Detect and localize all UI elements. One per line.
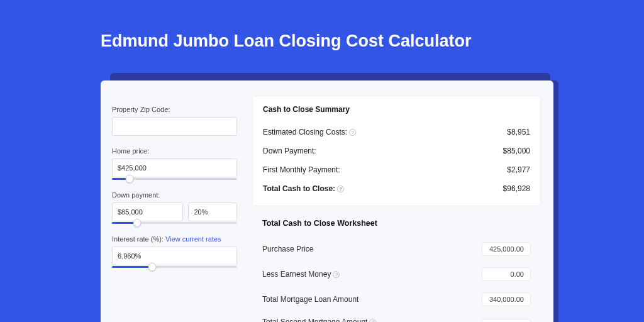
worksheet-row: Total Mortgage Loan Amount340,000.00 xyxy=(262,287,531,312)
interest-rate-slider-knob[interactable] xyxy=(148,263,156,271)
summary-row-value: $96,928 xyxy=(503,184,530,193)
worksheet-row: Total Second Mortgage Amount? xyxy=(262,312,531,322)
home-price-slider-knob[interactable] xyxy=(125,175,133,183)
interest-rate-label: Interest rate (%): View current rates xyxy=(112,235,237,243)
help-icon[interactable]: ? xyxy=(337,186,344,192)
help-icon[interactable]: ? xyxy=(369,319,376,322)
summary-row-label: First Monthly Payment: xyxy=(263,165,340,174)
summary-row: Total Cash to Close:?$96,928 xyxy=(263,179,530,198)
worksheet-row-value[interactable]: 340,000.00 xyxy=(482,292,531,306)
down-payment-percent-input[interactable] xyxy=(188,203,237,221)
down-payment-label: Down payment: xyxy=(112,191,237,199)
down-payment-field: Down payment: xyxy=(112,191,237,224)
summary-row-value: $85,000 xyxy=(503,147,530,155)
results-panel: Cash to Close Summary Estimated Closing … xyxy=(248,80,553,322)
home-price-slider[interactable] xyxy=(112,178,237,180)
summary-row-label: Total Cash to Close:? xyxy=(263,184,344,193)
interest-rate-field: Interest rate (%): View current rates xyxy=(112,235,237,268)
zip-field: Property Zip Code: xyxy=(112,106,237,136)
zip-input[interactable] xyxy=(112,117,237,136)
home-price-field: Home price: xyxy=(112,147,237,180)
down-payment-slider[interactable] xyxy=(112,222,237,224)
page-title: Edmund Jumbo Loan Closing Cost Calculato… xyxy=(101,31,644,51)
worksheet-row-label: Purchase Price xyxy=(262,245,313,253)
summary-row-label: Down Payment: xyxy=(263,147,316,155)
zip-label: Property Zip Code: xyxy=(112,106,237,113)
interest-rate-slider-fill xyxy=(112,266,152,268)
interest-rate-slider[interactable] xyxy=(112,266,237,268)
summary-row-label: Estimated Closing Costs:? xyxy=(263,128,356,136)
summary-heading: Cash to Close Summary xyxy=(263,105,530,114)
down-payment-amount-input[interactable] xyxy=(112,203,183,221)
summary-row: Down Payment:$85,000 xyxy=(263,142,530,160)
view-current-rates-link[interactable]: View current rates xyxy=(165,235,221,243)
summary-row: First Monthly Payment:$2,977 xyxy=(263,160,530,179)
inputs-panel: Property Zip Code: Home price: Down paym… xyxy=(101,80,248,322)
interest-rate-label-text: Interest rate (%): xyxy=(112,235,165,243)
cash-to-close-summary: Cash to Close Summary Estimated Closing … xyxy=(252,96,541,206)
summary-row-value: $2,977 xyxy=(507,165,530,174)
worksheet-row-value[interactable] xyxy=(482,319,531,322)
down-payment-slider-knob[interactable] xyxy=(133,219,141,227)
calculator-card: Property Zip Code: Home price: Down paym… xyxy=(101,80,553,322)
worksheet-row-label: Less Earnest Money? xyxy=(262,270,340,279)
summary-row: Estimated Closing Costs:?$8,951 xyxy=(263,123,530,142)
worksheet-row: Less Earnest Money?0.00 xyxy=(262,262,531,287)
worksheet-row-label: Total Mortgage Loan Amount xyxy=(262,295,358,304)
layout: Property Zip Code: Home price: Down paym… xyxy=(101,80,553,322)
interest-rate-input[interactable] xyxy=(112,247,237,265)
worksheet-heading: Total Cash to Close Worksheet xyxy=(262,219,531,228)
worksheet-row: Purchase Price425,000.00 xyxy=(262,236,531,262)
summary-row-value: $8,951 xyxy=(507,128,530,136)
worksheet-row-label: Total Second Mortgage Amount? xyxy=(262,318,376,322)
help-icon[interactable]: ? xyxy=(349,129,356,136)
worksheet-row-value[interactable]: 0.00 xyxy=(482,267,531,281)
home-price-label: Home price: xyxy=(112,147,237,155)
worksheet: Total Cash to Close Worksheet Purchase P… xyxy=(252,216,541,322)
worksheet-row-value[interactable]: 425,000.00 xyxy=(482,242,531,256)
help-icon[interactable]: ? xyxy=(333,271,340,278)
